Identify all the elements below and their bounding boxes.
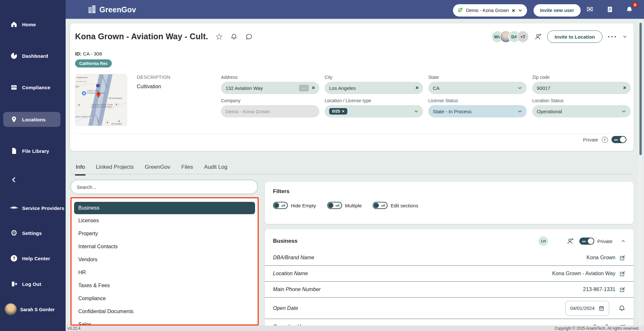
- company-selector[interactable]: Demo - Kona Grown ×: [453, 4, 527, 17]
- section-item[interactable]: HR: [74, 266, 255, 279]
- reminder-bell-icon[interactable]: [618, 305, 625, 312]
- section-item[interactable]: Taxes & Fees: [74, 279, 255, 292]
- license-type-select[interactable]: 0/25×: [325, 105, 423, 117]
- zip-field[interactable]: 90017 ×: [532, 82, 631, 94]
- sidebar-item-dashboard[interactable]: Dashboard: [0, 48, 66, 63]
- multiple-toggle[interactable]: off: [327, 202, 342, 209]
- sidebar-item-service-providers[interactable]: Service Providers: [0, 201, 66, 215]
- tab-greengov[interactable]: GreenGov: [144, 164, 171, 176]
- edit-sections-toggle[interactable]: off: [373, 202, 388, 209]
- map-poi-icon: [117, 119, 121, 123]
- section-item[interactable]: Vendors: [74, 253, 255, 266]
- sidebar-collapse[interactable]: [0, 172, 66, 187]
- open-date-input[interactable]: 04/01/2024: [565, 301, 609, 316]
- address-field[interactable]: 132 Aviation Way ··· ×: [221, 82, 319, 94]
- user-avatar[interactable]: [5, 303, 17, 315]
- section-item[interactable]: Property: [74, 227, 255, 240]
- tab-linked-projects[interactable]: Linked Projects: [95, 164, 134, 176]
- license-type-chip[interactable]: 0/25×: [329, 108, 347, 115]
- calendar-icon[interactable]: [599, 305, 604, 311]
- sidebar-item-compliance[interactable]: Compliance: [0, 80, 66, 95]
- favorite-star-icon[interactable]: ☆: [215, 33, 223, 41]
- chevron-down-icon: [518, 109, 522, 114]
- user-name: Sarah S Gorder: [20, 307, 55, 312]
- subscribe-bell-icon[interactable]: [230, 33, 238, 41]
- invite-to-location-button[interactable]: Invite to Location: [547, 31, 602, 43]
- sidebar-item-log-out[interactable]: Log Out: [0, 276, 66, 291]
- notes-icon[interactable]: [606, 5, 614, 14]
- mail-icon[interactable]: ✉: [586, 5, 594, 14]
- sidebar-item-file-library[interactable]: File Library: [0, 143, 66, 158]
- remove-chip-icon[interactable]: ×: [342, 109, 344, 114]
- add-user-icon[interactable]: [566, 237, 574, 245]
- company-label: Company: [221, 98, 240, 103]
- sidebar-item-help-center[interactable]: ? Help Center: [0, 251, 66, 266]
- sidebar-item-locations[interactable]: Locations: [3, 112, 60, 127]
- section-item[interactable]: Sales: [74, 318, 255, 325]
- collapse-chevron-icon[interactable]: [623, 34, 627, 39]
- notification-badge: 6: [632, 1, 638, 8]
- edit-icon[interactable]: [619, 255, 625, 261]
- page-title: Kona Grown - Aviation Way - Cult.: [75, 32, 208, 41]
- more-menu-icon[interactable]: ···: [608, 35, 617, 38]
- location-pin-icon: [10, 116, 18, 123]
- file-icon: [10, 147, 18, 154]
- license-badge: California Rec: [75, 59, 112, 67]
- section-item[interactable]: Compliance: [74, 292, 255, 305]
- map-highway: [85, 74, 114, 126]
- edit-icon[interactable]: [619, 287, 625, 293]
- state-select[interactable]: CA: [428, 82, 527, 94]
- address-more-icon[interactable]: ···: [299, 85, 309, 92]
- location-status-select[interactable]: Operational: [532, 105, 631, 117]
- clear-zip-icon[interactable]: ×: [623, 85, 626, 91]
- chevron-down-icon[interactable]: [518, 8, 522, 13]
- field-row-dba: DBA/Brand Name Kona Grown: [265, 250, 634, 266]
- comments-icon[interactable]: [245, 33, 253, 41]
- invite-new-user-button[interactable]: Invite new user: [534, 4, 581, 17]
- clear-city-icon[interactable]: ×: [416, 85, 419, 91]
- tab-audit-log[interactable]: Audit Log: [203, 164, 228, 176]
- field-row-open-date: Open Date 04/01/2024: [265, 298, 634, 319]
- avatar-lh[interactable]: LH: [538, 236, 548, 246]
- business-private-toggle[interactable]: on: [579, 238, 594, 245]
- section-item[interactable]: Licenses: [74, 214, 255, 227]
- clear-address-icon[interactable]: ×: [312, 85, 315, 91]
- compliance-icon: [10, 84, 18, 91]
- dashboard-icon: [10, 52, 18, 59]
- avatar-more[interactable]: +7: [517, 31, 529, 43]
- section-item[interactable]: Internal Contacts: [74, 240, 255, 253]
- brand-logo: GreenGov: [87, 4, 136, 15]
- sidebar-item-home[interactable]: Home: [0, 17, 66, 32]
- chevron-up-icon[interactable]: [621, 239, 625, 243]
- section-item[interactable]: Confidential Documents: [74, 305, 255, 318]
- edit-icon[interactable]: [619, 271, 625, 277]
- info-icon[interactable]: i: [602, 137, 608, 143]
- chevron-down-icon: [518, 86, 522, 90]
- description-label: DESCRIPTION: [137, 75, 171, 80]
- filters-row: off Hide Empty off Multiple off Edit sec…: [273, 202, 418, 209]
- filters-card: Filters off Hide Empty off Multiple off …: [265, 182, 634, 224]
- private-row: Private i on: [583, 136, 626, 143]
- add-user-icon[interactable]: [534, 33, 542, 41]
- section-item-business-selected[interactable]: Business: [74, 202, 255, 214]
- filter-multiple: off Multiple: [327, 202, 362, 209]
- field-row-operating-hours: Operating Hours 9am-9pm: [265, 319, 634, 325]
- search-input[interactable]: [71, 180, 258, 194]
- business-title: Business: [273, 238, 538, 244]
- scrollbar-thumb[interactable]: [639, 23, 642, 155]
- license-status-label: License Status: [428, 98, 458, 103]
- map-poi-icon: [82, 91, 86, 95]
- home-icon: [10, 21, 18, 28]
- clear-company-icon[interactable]: ×: [512, 8, 515, 13]
- hide-empty-toggle[interactable]: off: [273, 202, 288, 209]
- tab-files[interactable]: Files: [181, 164, 194, 176]
- private-toggle[interactable]: on: [612, 136, 626, 143]
- zip-label: Zip code: [532, 75, 550, 80]
- city-field[interactable]: Los Angeles ×: [325, 82, 423, 94]
- tab-bar: Info Linked Projects GreenGov Files Audi…: [75, 164, 228, 176]
- sidebar-item-settings[interactable]: ⚙ Settings: [0, 226, 66, 240]
- map-thumbnail[interactable]: Apartments Mangham Dr ptist Corken Steel…: [75, 74, 127, 126]
- tab-info[interactable]: Info: [75, 164, 85, 176]
- avatar-stack[interactable]: MV DA +7: [491, 31, 529, 43]
- license-status-select[interactable]: State - In Process: [428, 105, 527, 117]
